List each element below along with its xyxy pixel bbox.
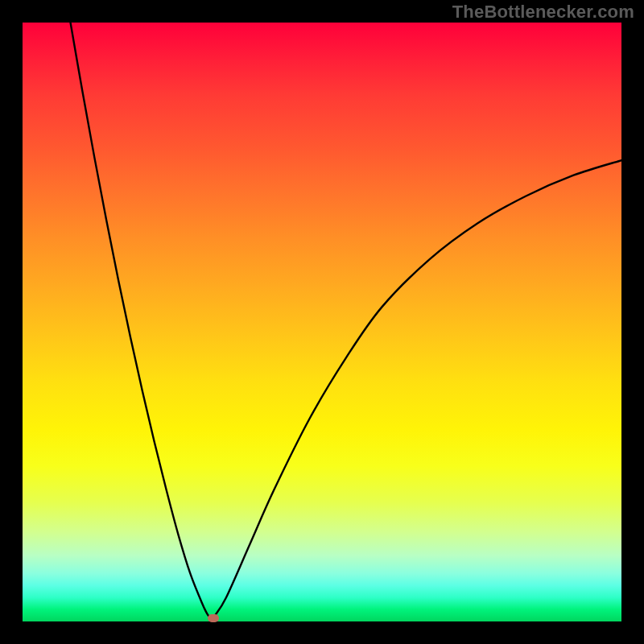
chart-frame: TheBottlenecker.com <box>0 0 644 644</box>
minimum-marker-icon <box>208 614 219 622</box>
bottleneck-curve <box>23 23 621 621</box>
gradient-plot-area <box>23 23 621 621</box>
curve-path <box>71 23 621 619</box>
watermark-text: TheBottlenecker.com <box>452 2 634 23</box>
